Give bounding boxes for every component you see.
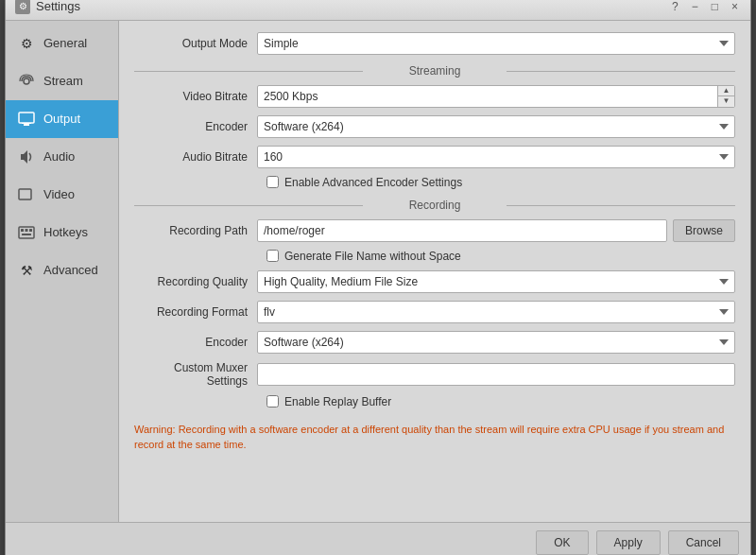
output-mode-select[interactable]: Simple bbox=[257, 32, 735, 55]
recording-quality-row: Recording Quality High Quality, Medium F… bbox=[134, 270, 735, 293]
close-button[interactable]: × bbox=[729, 0, 741, 13]
sidebar-item-general[interactable]: ⚙ General bbox=[6, 25, 118, 62]
audio-bitrate-row: Audio Bitrate 160 bbox=[134, 146, 735, 168]
window-footer: OK Apply Cancel bbox=[6, 522, 750, 556]
ok-button[interactable]: OK bbox=[536, 530, 588, 555]
recording-path-input[interactable] bbox=[257, 219, 667, 242]
minimize-button[interactable]: − bbox=[689, 0, 701, 13]
recording-format-row: Recording Format flv bbox=[134, 301, 735, 323]
sidebar-label-video: Video bbox=[43, 187, 75, 201]
sidebar-item-stream[interactable]: Stream bbox=[6, 62, 118, 100]
advanced-icon: ⚒ bbox=[17, 261, 36, 280]
svg-point-0 bbox=[24, 78, 29, 84]
sidebar-label-advanced: Advanced bbox=[43, 263, 98, 277]
bitrate-spinbox-arrows: ▲ ▼ bbox=[717, 86, 734, 107]
stream-icon bbox=[17, 72, 36, 91]
enable-replay-label: Enable Replay Buffer bbox=[284, 395, 391, 408]
encoder-select[interactable]: Software (x264) bbox=[257, 115, 735, 138]
recording-format-label: Recording Format bbox=[134, 305, 257, 319]
sidebar-item-advanced[interactable]: ⚒ Advanced bbox=[6, 251, 118, 289]
audio-bitrate-control: 160 bbox=[257, 146, 735, 168]
custom-muxer-control bbox=[257, 363, 735, 386]
titlebar-controls: ? − □ × bbox=[669, 0, 741, 13]
streaming-section-header: Streaming bbox=[134, 64, 735, 78]
window-body: ⚙ General Stream bbox=[6, 21, 750, 522]
enable-advanced-label: Enable Advanced Encoder Settings bbox=[284, 176, 462, 189]
recording-encoder-select[interactable]: Software (x264) bbox=[257, 331, 735, 354]
encoder-row: Encoder Software (x264) bbox=[134, 115, 735, 138]
recording-section-header: Recording bbox=[134, 199, 735, 212]
video-bitrate-label: Video Bitrate bbox=[134, 90, 257, 103]
maximize-button[interactable]: □ bbox=[709, 0, 721, 13]
video-bitrate-input[interactable]: 2500 Kbps bbox=[257, 85, 735, 108]
recording-format-control: flv bbox=[257, 301, 735, 323]
svg-rect-6 bbox=[19, 227, 34, 238]
audio-bitrate-label: Audio Bitrate bbox=[134, 150, 257, 164]
hotkeys-icon bbox=[17, 223, 36, 242]
recording-path-label: Recording Path bbox=[134, 224, 257, 237]
enable-replay-row: Enable Replay Buffer bbox=[134, 395, 735, 408]
bitrate-up-arrow[interactable]: ▲ bbox=[718, 86, 734, 96]
svg-rect-10 bbox=[22, 234, 31, 235]
recording-path-control: Browse bbox=[257, 219, 735, 242]
generate-filename-checkbox[interactable] bbox=[266, 250, 279, 262]
titlebar-left: ⚙ Settings bbox=[15, 0, 80, 14]
sidebar-item-output[interactable]: Output bbox=[6, 100, 118, 138]
audio-bitrate-select[interactable]: 160 bbox=[257, 146, 735, 168]
svg-rect-8 bbox=[26, 229, 28, 232]
sidebar-label-output: Output bbox=[43, 112, 80, 126]
settings-window: ⚙ Settings ? − □ × ⚙ General bbox=[5, 0, 751, 555]
recording-encoder-row: Encoder Software (x264) bbox=[134, 331, 735, 354]
sidebar-label-hotkeys: Hotkeys bbox=[43, 225, 88, 239]
sidebar-label-stream: Stream bbox=[43, 74, 83, 88]
svg-rect-5 bbox=[21, 191, 29, 198]
output-icon bbox=[17, 110, 36, 129]
video-bitrate-row: Video Bitrate 2500 Kbps ▲ ▼ bbox=[134, 85, 735, 108]
general-icon: ⚙ bbox=[17, 34, 36, 53]
recording-encoder-control: Software (x264) bbox=[257, 331, 735, 354]
enable-advanced-row: Enable Advanced Encoder Settings bbox=[134, 176, 735, 189]
main-content: Output Mode Simple Streaming Video Bitra… bbox=[119, 21, 750, 522]
custom-muxer-input[interactable] bbox=[257, 363, 735, 386]
help-button[interactable]: ? bbox=[669, 0, 681, 13]
browse-button[interactable]: Browse bbox=[673, 219, 735, 242]
output-mode-control: Simple bbox=[257, 32, 735, 55]
recording-quality-select[interactable]: High Quality, Medium File Size bbox=[257, 270, 735, 293]
svg-rect-1 bbox=[19, 113, 34, 123]
video-icon bbox=[17, 185, 36, 204]
svg-rect-2 bbox=[24, 124, 29, 126]
bitrate-down-arrow[interactable]: ▼ bbox=[718, 95, 734, 107]
window-title: Settings bbox=[36, 0, 80, 13]
app-icon: ⚙ bbox=[15, 0, 30, 14]
cancel-button[interactable]: Cancel bbox=[668, 530, 739, 555]
sidebar-item-video[interactable]: Video bbox=[6, 176, 118, 214]
sidebar: ⚙ General Stream bbox=[6, 21, 119, 522]
apply-button[interactable]: Apply bbox=[596, 530, 661, 555]
warning-text: Warning: Recording with a software encod… bbox=[134, 418, 735, 457]
sidebar-label-general: General bbox=[43, 36, 87, 50]
recording-encoder-label: Encoder bbox=[134, 336, 257, 349]
recording-quality-label: Recording Quality bbox=[134, 275, 257, 288]
svg-rect-9 bbox=[29, 229, 32, 232]
svg-rect-3 bbox=[22, 123, 31, 124]
recording-format-select[interactable]: flv bbox=[257, 301, 735, 323]
generate-filename-row: Generate File Name without Space bbox=[134, 250, 735, 263]
custom-muxer-row: Custom Muxer Settings bbox=[134, 361, 735, 388]
output-mode-row: Output Mode Simple bbox=[134, 32, 735, 55]
enable-replay-checkbox[interactable] bbox=[266, 395, 279, 408]
recording-quality-control: High Quality, Medium File Size bbox=[257, 270, 735, 293]
recording-path-row: Recording Path Browse bbox=[134, 219, 735, 242]
audio-icon bbox=[17, 147, 36, 166]
encoder-label: Encoder bbox=[134, 120, 257, 133]
custom-muxer-label: Custom Muxer Settings bbox=[134, 361, 257, 388]
encoder-control: Software (x264) bbox=[257, 115, 735, 138]
output-mode-label: Output Mode bbox=[134, 37, 257, 50]
sidebar-item-hotkeys[interactable]: Hotkeys bbox=[6, 214, 118, 251]
titlebar: ⚙ Settings ? − □ × bbox=[6, 0, 750, 21]
svg-rect-7 bbox=[21, 229, 24, 232]
generate-filename-label: Generate File Name without Space bbox=[284, 250, 461, 263]
sidebar-label-audio: Audio bbox=[43, 149, 75, 164]
video-bitrate-control: 2500 Kbps ▲ ▼ bbox=[257, 85, 735, 108]
enable-advanced-checkbox[interactable] bbox=[266, 176, 279, 188]
sidebar-item-audio[interactable]: Audio bbox=[6, 138, 118, 176]
